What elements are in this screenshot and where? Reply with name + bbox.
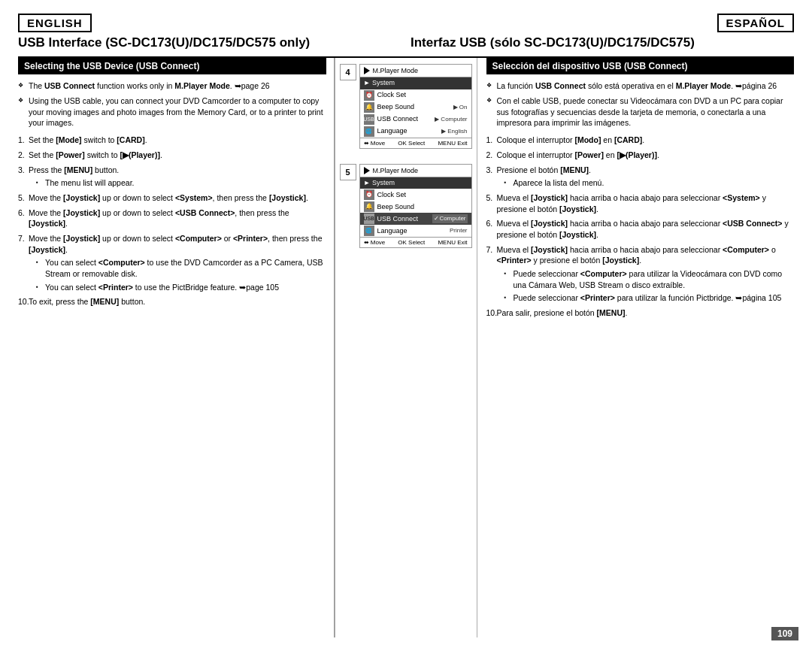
- sub-item: The menu list will appear.: [36, 177, 326, 189]
- bullet-item-es: La función USB Connect sólo está operati…: [486, 80, 795, 92]
- beep-icon: 🔔: [364, 102, 374, 113]
- usb-icon-5: USB: [364, 213, 374, 224]
- menu-screen-4: M.Player Mode ► System ⏰ Clock Set 🔔 Bee…: [359, 64, 472, 149]
- menu-footer-5: ⬌ Move OK Select MENU Exit: [360, 237, 471, 247]
- english-bullets: The USB Connect function works only in M…: [18, 80, 326, 129]
- bullet-item-es: Con el cable USB, puede conectar su Vide…: [486, 95, 795, 129]
- step-item-es: Mueva el [Joystick] hacia arriba o hacia…: [486, 192, 795, 214]
- menu-screen-5: M.Player Mode ► System ⏰ Clock Set 🔔 Bee…: [359, 164, 472, 249]
- step-item: Press the [MENU] button. The menu list w…: [18, 165, 326, 189]
- printer-value: Printer: [447, 226, 468, 235]
- diagram-num-5: 5: [340, 164, 356, 180]
- menu-row-system-5: ► System: [360, 177, 471, 189]
- usb-value: ▶ Computer: [435, 115, 467, 124]
- menu-row-system: ► System: [360, 77, 471, 89]
- step-item-es: Para salir, presione el botón [MENU].: [486, 307, 795, 319]
- menu-header-4: M.Player Mode: [360, 65, 471, 77]
- lang-english: ENGLISH: [18, 14, 92, 32]
- diagram-num-4: 4: [340, 64, 356, 80]
- play-icon-2: [364, 167, 370, 174]
- computer-value: ✓Computer: [432, 214, 467, 223]
- menu-row-clockset: ⏰ Clock Set: [360, 89, 471, 101]
- title-right: Interfaz USB (sólo SC-DC173(U)/DC175/DC5…: [401, 35, 794, 50]
- diagram-4: 4 M.Player Mode ► System ⏰ Clock Set 🔔: [340, 64, 472, 149]
- page-number: 109: [771, 627, 798, 640]
- menu-row-clockset-5: ⏰ Clock Set: [360, 189, 471, 201]
- section-header-english: Selecting the USB Device (USB Connect): [18, 58, 326, 74]
- sub-item: You can select <Printer> to use the Pict…: [36, 282, 326, 293]
- col-english: Selecting the USB Device (USB Connect) T…: [18, 58, 335, 637]
- sub-item-es: Puede seleccionar <Printer> para utiliza…: [504, 292, 795, 304]
- step-item: Move the [Joystick] up or down to select…: [18, 207, 326, 229]
- bullet-item: The USB Connect function works only in M…: [18, 80, 326, 92]
- step-item-es: Coloque el interruptor [Power] en [▶(Pla…: [486, 150, 795, 161]
- menu-header-label-5: M.Player Mode: [373, 167, 419, 174]
- menu-footer-4: ⬌ Move OK Select MENU Exit: [360, 138, 471, 148]
- page-container: ENGLISH ESPAÑOL USB Interface (SC-DC173(…: [0, 0, 812, 651]
- step-item-es: Presione el botón [MENU]. Aparece la lis…: [486, 165, 795, 189]
- espanol-steps: Coloque el interruptor [Modo] en [CARD].…: [486, 135, 795, 319]
- usb-icon: USB: [364, 114, 374, 125]
- diagrams-center: 4 M.Player Mode ► System ⏰ Clock Set 🔔: [335, 58, 477, 637]
- step-item: Set the [Power] switch to [▶(Player)].: [18, 150, 326, 161]
- step-item-es: Mueva el [Joystick] hacia arriba o hacia…: [486, 244, 795, 304]
- english-steps: Set the [Mode] switch to [CARD]. Set the…: [18, 135, 326, 307]
- title-left: USB Interface (SC-DC173(U)/DC175/DC575 o…: [18, 35, 401, 50]
- lang-icon: 🌐: [364, 126, 374, 137]
- menu-header-label: M.Player Mode: [373, 67, 419, 74]
- lang-value: ▶ English: [441, 127, 467, 136]
- diagram-5: 5 M.Player Mode ► System ⏰ Clock Set 🔔: [340, 164, 472, 249]
- big-title: USB Interface (SC-DC173(U)/DC175/DC575 o…: [18, 35, 794, 50]
- clock-icon-5: ⏰: [364, 189, 374, 200]
- lang-espanol: ESPAÑOL: [717, 14, 794, 32]
- sub-item: You can select <Computer> to use the DVD…: [36, 257, 326, 279]
- menu-row-language: 🌐 Language ▶ English: [360, 126, 471, 138]
- menu-row-usb: USB USB Connect ▶ Computer: [360, 114, 471, 126]
- play-icon: [364, 67, 370, 74]
- sub-item-es: Puede seleccionar <Computer> para utiliz…: [504, 268, 795, 290]
- step-item: Move the [Joystick] up or down to select…: [18, 233, 326, 292]
- col-espanol: Selección del dispositivo USB (USB Conne…: [477, 58, 795, 637]
- menu-row-usb-5: USB USB Connect ✓Computer: [360, 213, 471, 225]
- lang-icon-5: 🌐: [364, 226, 374, 236]
- menu-header-5: M.Player Mode: [360, 165, 471, 177]
- step-item-es: Coloque el interruptor [Modo] en [CARD].: [486, 135, 795, 146]
- step-item: Set the [Mode] switch to [CARD].: [18, 135, 326, 146]
- bullet-item: Using the USB cable, you can connect you…: [18, 95, 326, 129]
- clock-icon: ⏰: [364, 90, 374, 101]
- espanol-bullets: La función USB Connect sólo está operati…: [486, 80, 795, 129]
- menu-row-beep: 🔔 Beep Sound ▶ On: [360, 101, 471, 114]
- menu-row-language-5: 🌐 Language Printer: [360, 225, 471, 237]
- menu-row-beep-5: 🔔 Beep Sound: [360, 201, 471, 213]
- section-header-espanol: Selección del dispositivo USB (USB Conne…: [486, 58, 795, 74]
- sub-item-es: Aparece la lista del menú.: [504, 177, 795, 189]
- beep-icon-5: 🔔: [364, 201, 374, 212]
- lang-headers: ENGLISH ESPAÑOL: [18, 14, 794, 32]
- beep-value: ▶ On: [453, 103, 468, 112]
- step-item: To exit, press the [MENU] button.: [18, 296, 326, 307]
- step-item: Move the [Joystick] up or down to select…: [18, 192, 326, 204]
- step-item-es: Mueva el [Joystick] hacia arriba o hacia…: [486, 218, 795, 240]
